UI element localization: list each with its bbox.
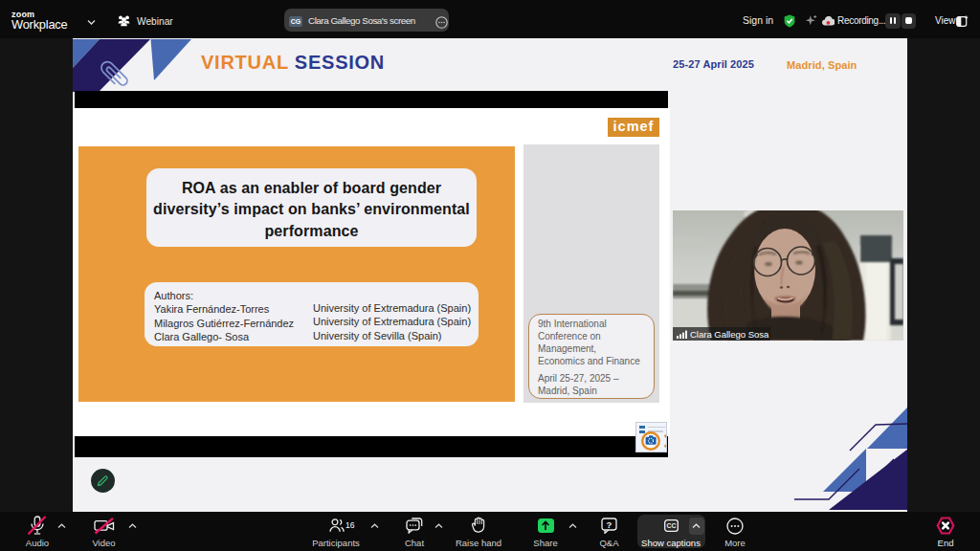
svg-text:CC: CC	[666, 522, 676, 529]
svg-text:?: ?	[607, 519, 612, 530]
